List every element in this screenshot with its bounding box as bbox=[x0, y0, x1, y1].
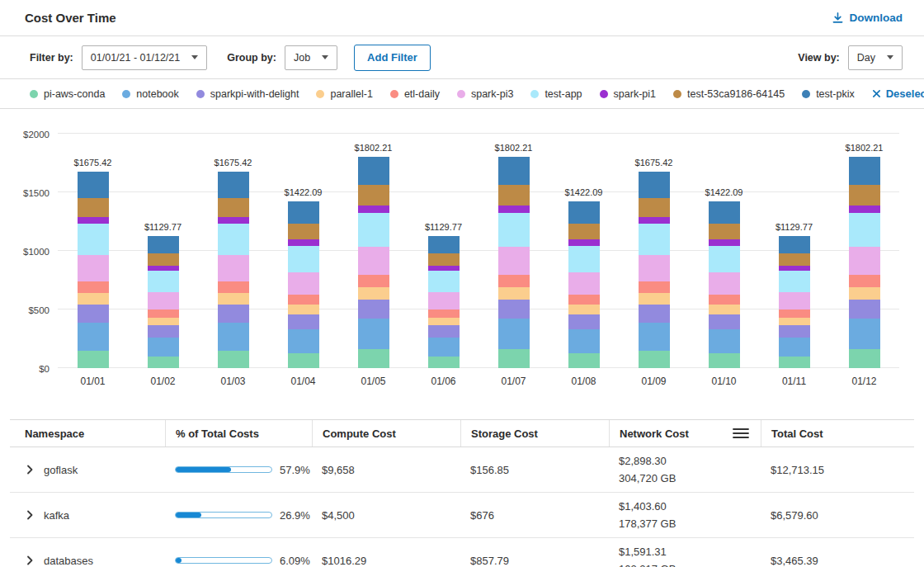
bar-segment-test-app[interactable] bbox=[428, 271, 460, 292]
chevron-right-icon[interactable] bbox=[25, 510, 35, 520]
bar-segment-pi-aws-conda[interactable] bbox=[779, 357, 810, 368]
bar-column[interactable]: $1802.2101/07 bbox=[478, 134, 549, 368]
bar-segment-test-pkix[interactable] bbox=[779, 236, 810, 253]
bar-segment-etl-daily[interactable] bbox=[779, 309, 810, 318]
bar-segment-sparkpi-with-delight[interactable] bbox=[779, 325, 810, 337]
bar-segment-test-app[interactable] bbox=[218, 224, 249, 255]
bar-segment-sparkpi-with-delight[interactable] bbox=[148, 325, 179, 337]
bar-segment-pi-aws-conda[interactable] bbox=[709, 353, 740, 368]
bar-segment-test-53ca9186-64145[interactable] bbox=[358, 185, 389, 205]
bar-segment-pi-aws-conda[interactable] bbox=[288, 353, 319, 368]
bar-column[interactable]: $1422.0901/10 bbox=[689, 134, 759, 368]
bar-segment-test-53ca9186-64145[interactable] bbox=[428, 253, 460, 266]
bar-segment-etl-daily[interactable] bbox=[498, 275, 530, 287]
bar-segment-parallel-1[interactable] bbox=[779, 318, 810, 326]
bar-segment-parallel-1[interactable] bbox=[218, 293, 249, 305]
bar-segment-etl-daily[interactable] bbox=[428, 309, 460, 318]
bar-segment-test-app[interactable] bbox=[498, 213, 530, 247]
bar-segment-sparkpi-with-delight[interactable] bbox=[358, 300, 389, 319]
deselect-all-button[interactable]: Deselect All bbox=[872, 87, 924, 100]
bar-segment-pi-aws-conda[interactable] bbox=[568, 353, 600, 368]
bar-column[interactable]: $1675.4201/03 bbox=[198, 134, 268, 368]
bar-segment-test-pkix[interactable] bbox=[639, 172, 670, 198]
bar-segment-pi-aws-conda[interactable] bbox=[849, 349, 880, 368]
group-by-select[interactable]: Job bbox=[285, 45, 337, 70]
bar-segment-notebook[interactable] bbox=[568, 329, 600, 353]
bar-segment-notebook[interactable] bbox=[78, 323, 109, 351]
bar-segment-test-53ca9186-64145[interactable] bbox=[779, 253, 810, 266]
legend-item[interactable]: sparkpi-with-delight bbox=[196, 88, 299, 100]
bar-segment-test-53ca9186-64145[interactable] bbox=[849, 185, 880, 205]
bar-segment-pi-aws-conda[interactable] bbox=[428, 357, 460, 368]
bar-segment-test-53ca9186-64145[interactable] bbox=[568, 224, 600, 239]
bar-segment-test-53ca9186-64145[interactable] bbox=[218, 198, 249, 217]
bar-segment-test-app[interactable] bbox=[779, 271, 810, 292]
bar-column[interactable]: $1802.2101/05 bbox=[338, 134, 408, 368]
legend-item[interactable]: spark-pi3 bbox=[457, 88, 513, 100]
bar-segment-etl-daily[interactable] bbox=[78, 281, 109, 293]
bar-segment-parallel-1[interactable] bbox=[849, 287, 880, 300]
bar-segment-test-app[interactable] bbox=[709, 246, 740, 273]
bar-segment-parallel-1[interactable] bbox=[639, 293, 670, 305]
bar-segment-notebook[interactable] bbox=[148, 338, 179, 357]
bar-segment-test-app[interactable] bbox=[358, 213, 389, 247]
bar-segment-spark-pi3[interactable] bbox=[709, 272, 740, 294]
bar-segment-etl-daily[interactable] bbox=[849, 275, 880, 287]
bar-column[interactable]: $1129.7701/02 bbox=[128, 134, 198, 368]
bar-segment-test-pkix[interactable] bbox=[849, 157, 880, 185]
download-button[interactable]: Download bbox=[832, 12, 903, 24]
bar-segment-sparkpi-with-delight[interactable] bbox=[288, 314, 319, 329]
bar-segment-test-app[interactable] bbox=[288, 246, 319, 273]
bar-segment-pi-aws-conda[interactable] bbox=[639, 351, 670, 368]
legend-item[interactable]: spark-pi1 bbox=[600, 88, 656, 100]
bar-segment-etl-daily[interactable] bbox=[288, 295, 319, 305]
bar-segment-spark-pi3[interactable] bbox=[428, 292, 460, 309]
bar-segment-test-pkix[interactable] bbox=[148, 236, 179, 253]
bar-segment-parallel-1[interactable] bbox=[709, 305, 740, 314]
bar-segment-etl-daily[interactable] bbox=[639, 281, 670, 293]
bar-column[interactable]: $1422.0901/08 bbox=[549, 134, 619, 368]
bar-segment-test-pkix[interactable] bbox=[709, 201, 740, 224]
bar-segment-spark-pi1[interactable] bbox=[568, 239, 600, 245]
bar-segment-spark-pi3[interactable] bbox=[78, 255, 109, 281]
bar-segment-test-53ca9186-64145[interactable] bbox=[639, 198, 670, 217]
bar-segment-pi-aws-conda[interactable] bbox=[358, 349, 389, 368]
bar-segment-spark-pi1[interactable] bbox=[358, 206, 389, 213]
bar-segment-spark-pi1[interactable] bbox=[218, 217, 249, 224]
bar-segment-spark-pi3[interactable] bbox=[288, 272, 319, 294]
bar-segment-pi-aws-conda[interactable] bbox=[148, 357, 179, 368]
bar-column[interactable]: $1129.7701/11 bbox=[759, 134, 829, 368]
bar-column[interactable]: $1802.2101/12 bbox=[829, 134, 899, 368]
bar-segment-parallel-1[interactable] bbox=[428, 318, 460, 326]
bar-segment-test-app[interactable] bbox=[849, 213, 880, 247]
bar-segment-spark-pi1[interactable] bbox=[849, 206, 880, 213]
bar-segment-notebook[interactable] bbox=[709, 329, 740, 353]
chevron-right-icon[interactable] bbox=[25, 465, 35, 475]
bar-segment-test-app[interactable] bbox=[148, 271, 179, 292]
bar-segment-parallel-1[interactable] bbox=[148, 318, 179, 326]
bar-segment-etl-daily[interactable] bbox=[358, 275, 389, 287]
bar-segment-spark-pi1[interactable] bbox=[709, 239, 740, 245]
bar-column[interactable]: $1675.4201/01 bbox=[58, 134, 128, 368]
bar-segment-spark-pi1[interactable] bbox=[498, 206, 530, 213]
bar-segment-notebook[interactable] bbox=[498, 319, 530, 349]
bar-segment-parallel-1[interactable] bbox=[498, 287, 530, 300]
bar-segment-parallel-1[interactable] bbox=[568, 305, 600, 314]
view-by-select[interactable]: Day bbox=[848, 45, 903, 70]
bar-segment-notebook[interactable] bbox=[218, 323, 249, 351]
bar-segment-test-pkix[interactable] bbox=[428, 236, 460, 253]
bar-segment-test-app[interactable] bbox=[568, 246, 600, 273]
bar-segment-test-53ca9186-64145[interactable] bbox=[148, 253, 179, 266]
bar-segment-sparkpi-with-delight[interactable] bbox=[568, 314, 600, 329]
bar-segment-test-53ca9186-64145[interactable] bbox=[78, 198, 109, 217]
bar-segment-parallel-1[interactable] bbox=[358, 287, 389, 300]
bar-segment-pi-aws-conda[interactable] bbox=[78, 351, 109, 368]
bar-segment-etl-daily[interactable] bbox=[709, 295, 740, 305]
bar-segment-test-pkix[interactable] bbox=[288, 201, 319, 224]
bar-segment-test-pkix[interactable] bbox=[568, 201, 600, 224]
bar-segment-spark-pi3[interactable] bbox=[849, 247, 880, 275]
add-filter-button[interactable]: Add Filter bbox=[354, 45, 431, 71]
legend-item[interactable]: parallel-1 bbox=[316, 88, 372, 100]
bar-segment-etl-daily[interactable] bbox=[148, 309, 179, 318]
bar-segment-notebook[interactable] bbox=[849, 319, 880, 349]
